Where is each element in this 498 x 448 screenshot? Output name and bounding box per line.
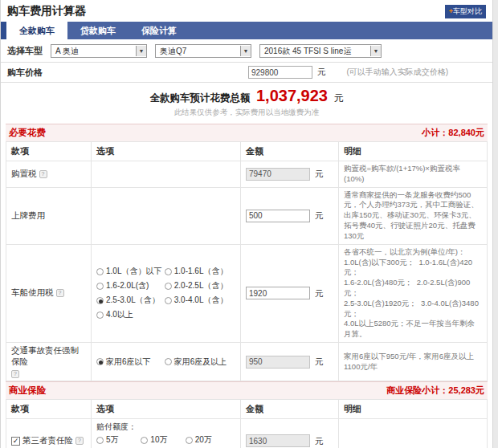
- col-header-amount: 金额: [241, 142, 339, 161]
- radio-selected-icon: [96, 297, 104, 304]
- unit-label: 元: [315, 169, 324, 178]
- row-detail: 通常商家提供的一条龙服务收费约500元，个人办理约373元，其中工商验证、出库1…: [344, 190, 482, 242]
- radio-option-label: 10万: [150, 434, 167, 446]
- radio-icon: [96, 268, 104, 275]
- col-header-item: 款项: [6, 142, 92, 161]
- series-select[interactable]: 奥迪Q7 ▼: [155, 44, 251, 58]
- option-group-title: 赔付额度：: [96, 422, 235, 433]
- radio-option-label: 2.5-3.0L（含）: [106, 295, 160, 306]
- amount-input: [246, 434, 310, 447]
- radio-option[interactable]: 家用6座及以上: [165, 356, 233, 368]
- radio-option[interactable]: 1.0-1.6L（含）: [165, 266, 233, 277]
- row-label: 购置税: [11, 169, 37, 180]
- tab-loan-payment[interactable]: 贷款购车: [67, 22, 129, 39]
- info-icon[interactable]: ?: [76, 437, 84, 445]
- row-label: 交通事故责任强制保险: [11, 345, 86, 368]
- model-select-value: 2016款 45 TFSI S line运: [264, 46, 351, 57]
- radio-icon: [96, 312, 104, 319]
- tab-full-payment[interactable]: 全款购车: [6, 22, 67, 39]
- required-costs-table: 款项 选项 金额 明细 购置税?元购置税=购车款/(1+17%)×购置税率 (1…: [6, 141, 488, 381]
- row-detail: 家用6座以下950元/年，家用6座及以上1100元/年: [344, 352, 482, 373]
- radio-option-label: 1.0L（含）以下: [106, 266, 161, 277]
- insurance-table: 款项 选项 金额 明细 ✓第三者责任险?赔付额度：5万10万20万50万100万…: [6, 399, 488, 448]
- radio-option-label: 1.6-2.0L(含): [106, 280, 149, 291]
- radio-option[interactable]: 4.0以上: [96, 309, 165, 320]
- compare-models-button[interactable]: +车型对比: [445, 5, 486, 18]
- col-header-detail: 明细: [339, 400, 488, 419]
- table-row: 购置税?元购置税=购车款/(1+17%)×购置税率 (10%): [6, 161, 488, 188]
- compare-models-label: 车型对比: [453, 7, 482, 15]
- col-header-options: 选项: [92, 142, 241, 161]
- car-selector-row: 选择车型 A 奥迪 ▼ 奥迪Q7 ▼ 2016款 45 TFSI S line运…: [1, 39, 492, 62]
- table-row: 上牌费用元通常商家提供的一条龙服务收费约500元，个人办理约373元，其中工商验…: [6, 187, 488, 244]
- table-row: 交通事故责任强制保险?家用6座以下家用6座及以上元家用6座以下950元/年，家用…: [6, 343, 488, 381]
- radio-option[interactable]: 20万: [186, 434, 230, 446]
- col-header-detail: 明细: [339, 142, 488, 161]
- required-costs-section: 必要花费 小计：82,840元 款项 选项 金额 明细 购置税?元购置税=购车款…: [6, 124, 488, 381]
- radio-option[interactable]: 家用6座以下: [96, 356, 165, 368]
- radio-option[interactable]: 5万: [96, 434, 141, 446]
- radio-option-label: 家用6座以下: [106, 356, 151, 368]
- amount-input: [246, 356, 310, 369]
- grand-total-label: 全款购车预计花费总额: [150, 92, 251, 104]
- info-icon[interactable]: ?: [39, 170, 47, 178]
- radio-icon: [96, 283, 104, 290]
- insurance-section: 商业保险 商业保险小计：25,283元 款项 选项 金额 明细 ✓第三者责任险?…: [6, 381, 488, 448]
- table-header-row: 款项 选项 金额 明细: [6, 142, 488, 161]
- info-icon[interactable]: ?: [11, 370, 19, 378]
- radio-option-label: 4.0以上: [106, 309, 133, 320]
- disclaimer-note: 此结果仅供参考，实际费用以当地缴费为准: [1, 106, 492, 124]
- radio-option[interactable]: 2.0-2.5L（含）: [165, 280, 233, 291]
- radio-selected-icon: [96, 358, 104, 365]
- amount-input[interactable]: [246, 210, 310, 222]
- amount-input[interactable]: [246, 287, 310, 299]
- chevron-down-icon: ▼: [370, 46, 381, 56]
- unit-label: 元: [315, 288, 324, 298]
- price-input[interactable]: [248, 66, 312, 79]
- grand-total-value: 1,037,923: [256, 87, 328, 104]
- table-row: 车船使用税?1.0L（含）以下1.0-1.6L（含）1.6-2.0L(含)2.0…: [6, 244, 488, 342]
- info-icon[interactable]: ?: [56, 289, 64, 297]
- tab-insurance-calc[interactable]: 保险计算: [129, 22, 190, 39]
- radio-option[interactable]: 1.0L（含）以下: [96, 266, 165, 277]
- section-subtotal: 小计：82,840元: [422, 127, 484, 139]
- unit-label: 元: [317, 67, 326, 78]
- radio-option-label: 1.0-1.6L（含）: [174, 266, 228, 277]
- car-selector-label: 选择车型: [7, 45, 43, 57]
- row-label: 上牌费用: [11, 210, 45, 222]
- col-header-options: 选项: [92, 400, 241, 419]
- section-subtotal: 商业保险小计：25,283元: [386, 385, 484, 397]
- price-row: 购车价格 元 (可以手动输入实际成交价格): [1, 62, 492, 83]
- required-section-header: 必要花费 小计：82,840元: [6, 124, 488, 141]
- tab-bar: 全款购车 贷款购车 保险计算: [1, 22, 492, 39]
- chevron-down-icon: ▼: [240, 46, 251, 56]
- radio-option[interactable]: 10万: [141, 434, 185, 446]
- radio-option[interactable]: 2.5-3.0L（含）: [96, 295, 165, 306]
- row-label: 车船使用税: [11, 287, 54, 299]
- table-header-row: 款项 选项 金额 明细: [6, 400, 488, 419]
- row-detail: 各省不统一，以北京为例(单位/年)： 1.0L(含)以下300元； 1.0-1.…: [344, 247, 482, 340]
- radio-icon: [186, 437, 193, 444]
- unit-label: 元: [315, 210, 324, 220]
- radio-option[interactable]: 3.0-4.0L（含）: [165, 295, 233, 306]
- section-title: 商业保险: [9, 385, 46, 397]
- brand-select[interactable]: A 奥迪 ▼: [51, 44, 147, 58]
- model-select[interactable]: 2016款 45 TFSI S line运 ▼: [259, 44, 382, 58]
- row-checkbox[interactable]: ✓: [11, 437, 20, 446]
- radio-option-label: 2.0-2.5L（含）: [174, 280, 228, 291]
- table-row: ✓第三者责任险?赔付额度：5万10万20万50万100万元: [6, 419, 488, 448]
- radio-option-label: 5万: [106, 434, 119, 446]
- tab-bar-cap: [1, 22, 6, 39]
- amount-input: [246, 168, 310, 181]
- section-title: 必要花费: [9, 127, 46, 139]
- radio-option-label: 家用6座及以上: [174, 356, 227, 368]
- series-select-value: 奥迪Q7: [160, 46, 186, 57]
- unit-label: 元: [315, 436, 324, 446]
- radio-option[interactable]: 1.6-2.0L(含): [96, 280, 165, 291]
- radio-icon: [165, 297, 172, 304]
- radio-icon: [165, 358, 172, 365]
- chevron-down-icon: ▼: [136, 46, 146, 56]
- page-header: 购车费用计算器 +车型对比: [1, 0, 492, 22]
- radio-option-label: 20万: [195, 434, 212, 446]
- row-label: 第三者责任险: [22, 435, 73, 446]
